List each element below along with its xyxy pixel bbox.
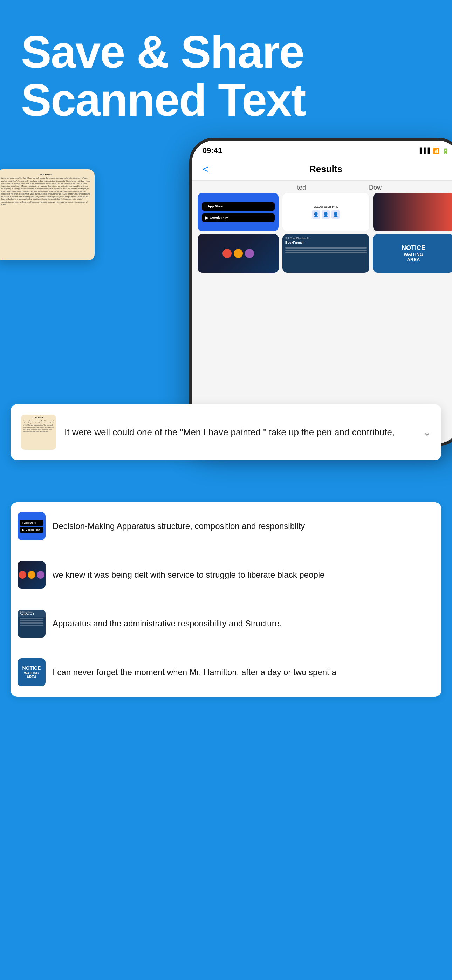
result-notice-waiting: WAITING (24, 671, 39, 675)
user-opt-1: 👤 (312, 210, 320, 219)
back-button[interactable]: < (202, 164, 208, 175)
notice-title: NOTICE (401, 245, 425, 252)
select-user-title: SELECT USER TYPE (314, 206, 338, 208)
ebook-label: Sell Your Ebook with (285, 237, 366, 239)
face-2 (234, 249, 243, 258)
googleplay-label: Google Play (210, 216, 228, 220)
ebook-thumb[interactable]: Sell Your Ebook with BookFunnel (282, 234, 369, 273)
movie-faces (223, 249, 254, 258)
ebook-line-3 (285, 252, 366, 253)
face-1 (223, 249, 232, 258)
nav-title: Results (309, 164, 342, 175)
result-item-2[interactable]: we knew it was being delt with service t… (11, 551, 441, 599)
result-ebook-title: BookFunnel (20, 613, 43, 616)
ebook-lines (285, 247, 366, 270)
grid-row-2: Sell Your Ebook with BookFunnel NOTICE W… (192, 234, 452, 273)
result-text-2: we knew it was being delt with service t… (53, 569, 434, 581)
result-item-3[interactable]: Sell Your Ebook BookFunnel Apparatus and… (11, 600, 441, 648)
result-thumb-1:  App Store ▶ Google Play (18, 512, 46, 540)
result-text-4: I can never forget the moment when Mr. H… (53, 666, 434, 679)
book-foreword-label: FOREWORD (1, 173, 91, 176)
appstore-thumb[interactable]:  App Store ▶ Google Play (197, 193, 279, 231)
notice-thumb[interactable]: NOTICE WAITING AREA (373, 234, 452, 273)
ebook-rule-2 (20, 620, 43, 621)
result-face-1 (19, 571, 26, 579)
result-thumb-4: NOTICE WAITING AREA (18, 658, 46, 686)
grid-row-1:  App Store ▶ Google Play SELECT USER TY… (192, 193, 452, 231)
result-item-1[interactable]:  App Store ▶ Google Play Decision-Makin… (11, 502, 441, 550)
result-apple-icon:  (22, 521, 23, 525)
phone-device: 09:41 ▐▐▐ 📶 🔋 < Results ted Dow (189, 138, 452, 446)
downloaded-label: Dow (369, 184, 382, 191)
book-thumbnail-large[interactable]: FOREWORD It were well could one of the "… (0, 169, 95, 261)
movie-thumb[interactable] (197, 234, 279, 273)
status-icons: ▐▐▐ 📶 🔋 (418, 148, 449, 154)
user-opt-2: 👤 (321, 210, 330, 219)
googleplay-badge: ▶ Google Play (202, 213, 275, 222)
result-appstore-label: App Store (24, 522, 36, 524)
book-body-text: It were well could one of the "Men I hav… (1, 177, 91, 206)
ebook-line-2 (285, 250, 366, 251)
results-container:  App Store ▶ Google Play Decision-Makin… (0, 432, 452, 725)
result-notice-title: NOTICE (22, 666, 41, 671)
result-face-2 (28, 571, 35, 579)
result-face-3 (37, 571, 45, 579)
nav-bar: < Results (192, 158, 452, 180)
wifi-icon: 📶 (432, 148, 439, 154)
floating-card[interactable]: FOREWORD It were well could one of the "… (11, 404, 441, 460)
results-list:  App Store ▶ Google Play Decision-Makin… (11, 502, 441, 697)
result-ebook-body (18, 617, 46, 638)
result-thumb-3: Sell Your Ebook BookFunnel (18, 609, 46, 638)
hero-section: Save & Share Scanned Text (0, 0, 452, 138)
copied-label: ted (297, 184, 306, 191)
notice-subtitle-1: WAITING (404, 252, 423, 257)
chevron-down-icon[interactable]: ⌄ (423, 426, 431, 438)
user-options: 👤 👤 👤 (312, 210, 340, 219)
result-googleplay-label: Google Play (25, 528, 40, 531)
appstore-badge:  App Store (202, 202, 275, 211)
status-bar: 09:41 ▐▐▐ 📶 🔋 (192, 140, 452, 158)
result-movie-faces (19, 571, 45, 579)
floating-extracted-text: It were well could one of the "Men I hav… (64, 426, 414, 439)
result-item-4[interactable]: NOTICE WAITING AREA I can never forget t… (11, 648, 441, 696)
section-labels: ted Dow (192, 180, 452, 193)
ebook-line-1 (285, 247, 366, 248)
result-thumb-2 (18, 561, 46, 589)
third-thumb[interactable] (373, 193, 452, 231)
user-opt-3: 👤 (331, 210, 340, 219)
face-3 (245, 249, 254, 258)
result-notice-area: AREA (27, 675, 37, 679)
phone-screen: 09:41 ▐▐▐ 📶 🔋 < Results ted Dow (192, 140, 452, 443)
notice-subtitle-2: AREA (407, 257, 420, 262)
floating-book-text: It were well could one of the "Men I hav… (23, 420, 54, 433)
result-text-1: Decision-Making Apparatus structure, com… (53, 520, 434, 532)
ebook-title: BookFunnel (285, 241, 366, 244)
floating-book-foreword: FOREWORD (23, 417, 54, 419)
battery-icon: 🔋 (442, 148, 449, 154)
result-text-3: Apparatus and the administrative respons… (53, 617, 434, 630)
select-user-thumb[interactable]: SELECT USER TYPE 👤 👤 👤 (282, 193, 369, 231)
hero-title: Save & Share Scanned Text (21, 28, 431, 124)
result-ebook-header: Sell Your Ebook BookFunnel (18, 609, 46, 617)
signal-icon: ▐▐▐ (418, 148, 430, 154)
floating-thumb: FOREWORD It were well could one of the "… (21, 415, 56, 450)
result-googleplay-badge: ▶ Google Play (20, 527, 43, 533)
apple-icon:  (205, 204, 206, 209)
result-play-icon: ▶ (22, 528, 24, 532)
ebook-rule-1 (20, 618, 43, 619)
ebook-rule-3 (20, 622, 43, 624)
appstore-label: App Store (208, 205, 223, 208)
ebook-rule-4 (20, 625, 43, 626)
result-appstore-badge:  App Store (20, 520, 43, 526)
status-time: 09:41 (202, 146, 222, 155)
play-icon: ▶ (205, 215, 208, 221)
